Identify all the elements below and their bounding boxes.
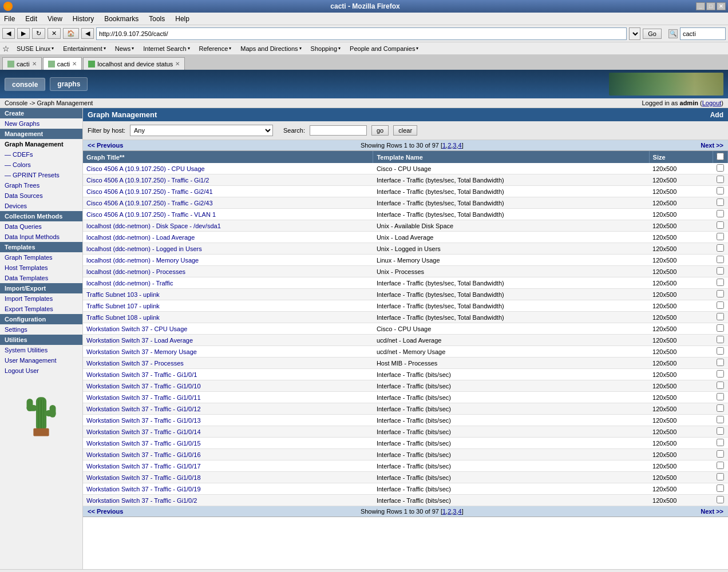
prev-button-bottom[interactable]: << Previous <box>88 508 123 515</box>
row-title-link-13[interactable]: Traffic Subnet 108 - uplink <box>86 314 160 321</box>
sidebar-item-graph-management[interactable]: Graph Management <box>0 139 82 149</box>
sidebar-item-import[interactable]: Import Templates <box>0 293 82 304</box>
row-checkbox-0[interactable] <box>717 164 724 172</box>
row-title-link-5[interactable]: localhost (ddc-netmon) - Disk Space - /d… <box>86 223 221 229</box>
sidebar-item-graph-templates[interactable]: Graph Templates <box>0 252 82 263</box>
row-checkbox-12[interactable] <box>717 301 724 309</box>
row-title-link-2[interactable]: Cisco 4506 A (10.9.107.250) - Traffic - … <box>86 188 213 195</box>
row-title-link-3[interactable]: Cisco 4506 A (10.9.107.250) - Traffic - … <box>86 200 213 206</box>
row-checkbox-9[interactable] <box>717 267 724 275</box>
row-title-link-9[interactable]: localhost (ddc-netmon) - Processes <box>86 268 185 275</box>
tab-close-1[interactable]: ✕ <box>32 61 37 67</box>
row-title-link-8[interactable]: localhost (ddc-netmon) - Memory Usage <box>86 257 199 264</box>
row-checkbox-25[interactable] <box>717 450 724 458</box>
page-3-top[interactable]: 3 <box>453 142 456 149</box>
search-field[interactable] <box>310 125 367 136</box>
bookmark-suse[interactable]: SUSE Linux ▾ <box>14 45 56 53</box>
url-input[interactable] <box>96 27 627 40</box>
row-checkbox-4[interactable] <box>717 210 724 217</box>
row-title-link-1[interactable]: Cisco 4506 A (10.9.107.250) - Traffic - … <box>86 177 209 184</box>
bookmark-reference[interactable]: Reference ▾ <box>197 45 234 53</box>
menu-history[interactable]: History <box>71 14 96 23</box>
row-title-link-18[interactable]: Workstation Switch 37 - Traffic - Gi1/0/… <box>86 371 197 378</box>
row-title-link-7[interactable]: localhost (ddc-netmon) - Logged in Users <box>86 245 202 252</box>
menu-file[interactable]: File <box>2 14 17 23</box>
row-checkbox-28[interactable] <box>717 484 724 492</box>
sidebar-item-cdefs[interactable]: — CDEFs <box>0 149 82 160</box>
row-title-link-25[interactable]: Workstation Switch 37 - Traffic - Gi1/0/… <box>86 451 201 458</box>
sidebar-item-logout[interactable]: Logout User <box>0 366 82 376</box>
stop-button[interactable]: ✕ <box>48 28 61 39</box>
row-checkbox-1[interactable] <box>717 176 724 183</box>
menu-help[interactable]: Help <box>173 14 191 23</box>
row-checkbox-5[interactable] <box>717 221 724 229</box>
sidebar-item-user-management[interactable]: User Management <box>0 355 82 366</box>
row-checkbox-16[interactable] <box>717 347 724 355</box>
menu-tools[interactable]: Tools <box>147 14 167 23</box>
search-input[interactable] <box>680 27 726 40</box>
row-checkbox-8[interactable] <box>717 256 724 263</box>
row-title-link-21[interactable]: Workstation Switch 37 - Traffic - Gi1/0/… <box>86 406 201 412</box>
maximize-button[interactable]: □ <box>706 2 715 10</box>
clear-filter-button[interactable]: clear <box>393 125 417 136</box>
sidebar-item-devices[interactable]: Devices <box>0 201 82 211</box>
row-title-link-12[interactable]: Traffic Subnet 107 - uplink <box>86 303 160 309</box>
row-title-link-24[interactable]: Workstation Switch 37 - Traffic - Gi1/0/… <box>86 440 201 447</box>
sidebar-item-system-utilities[interactable]: System Utilities <box>0 345 82 355</box>
row-checkbox-10[interactable] <box>717 279 724 286</box>
bookmark-shopping[interactable]: Shopping ▾ <box>308 45 343 53</box>
sidebar-item-new-graphs[interactable]: New Graphs <box>0 118 82 129</box>
sidebar-item-host-templates[interactable]: Host Templates <box>0 263 82 273</box>
prev-button-top[interactable]: << Previous <box>88 142 123 149</box>
tab-localhost[interactable]: localhost and device status ✕ <box>83 57 185 70</box>
tab-close-3[interactable]: ✕ <box>175 61 180 67</box>
sidebar-item-data-input[interactable]: Data Input Methods <box>0 232 82 242</box>
sidebar-item-data-queries[interactable]: Data Queries <box>0 221 82 232</box>
sidebar-item-data-sources[interactable]: Data Sources <box>0 190 82 201</box>
row-title-link-23[interactable]: Workstation Switch 37 - Traffic - Gi1/0/… <box>86 428 201 435</box>
bookmark-internet-search[interactable]: Internet Search ▾ <box>141 45 192 53</box>
row-title-link-15[interactable]: Workstation Switch 37 - Load Average <box>86 337 193 344</box>
page-2-bottom[interactable]: 2 <box>448 508 451 515</box>
row-title-link-29[interactable]: Workstation Switch 37 - Traffic - Gi1/0/… <box>86 497 197 504</box>
tab-cacti-2[interactable]: cacti ✕ <box>43 57 82 70</box>
row-title-link-16[interactable]: Workstation Switch 37 - Memory Usage <box>86 348 197 355</box>
row-title-link-28[interactable]: Workstation Switch 37 - Traffic - Gi1/0/… <box>86 486 201 492</box>
row-title-link-20[interactable]: Workstation Switch 37 - Traffic - Gi1/0/… <box>86 394 201 401</box>
bookmark-people[interactable]: People and Companies ▾ <box>347 45 421 53</box>
page-3-bottom[interactable]: 3 <box>453 508 456 515</box>
sidebar-item-settings[interactable]: Settings <box>0 324 82 335</box>
row-title-link-6[interactable]: localhost (ddc-netmon) - Load Average <box>86 234 195 241</box>
menu-view[interactable]: View <box>46 14 64 23</box>
sidebar-item-export[interactable]: Export Templates <box>0 304 82 314</box>
page-2-top[interactable]: 2 <box>448 142 451 149</box>
host-filter-select[interactable]: Any <box>130 125 273 136</box>
row-checkbox-20[interactable] <box>717 393 724 400</box>
row-checkbox-3[interactable] <box>717 198 724 206</box>
row-title-link-0[interactable]: Cisco 4506 A (10.9.107.250) - CPU Usage <box>86 165 205 172</box>
row-checkbox-29[interactable] <box>717 496 724 503</box>
row-checkbox-14[interactable] <box>717 324 724 332</box>
select-all-checkbox[interactable] <box>717 153 724 160</box>
row-title-link-19[interactable]: Workstation Switch 37 - Traffic - Gi1/0/… <box>86 383 201 390</box>
tab-cacti-1[interactable]: cacti ✕ <box>2 57 42 70</box>
graphs-nav-button[interactable]: graphs <box>50 77 88 91</box>
bookmark-maps[interactable]: Maps and Directions ▾ <box>238 45 303 53</box>
sidebar-item-data-templates[interactable]: Data Templates <box>0 273 82 283</box>
row-checkbox-22[interactable] <box>717 416 724 423</box>
row-title-link-27[interactable]: Workstation Switch 37 - Traffic - Gi1/0/… <box>86 474 201 481</box>
add-button[interactable]: Add <box>710 111 723 119</box>
url-dropdown[interactable] <box>629 27 640 40</box>
bookmark-entertainment[interactable]: Entertainment ▾ <box>61 45 108 53</box>
row-checkbox-18[interactable] <box>717 370 724 378</box>
row-title-link-10[interactable]: localhost (ddc-netmon) - Traffic <box>86 280 173 287</box>
logout-link[interactable]: Logout <box>702 100 722 106</box>
row-checkbox-11[interactable] <box>717 290 724 297</box>
go-button[interactable]: Go <box>643 29 662 39</box>
row-title-link-17[interactable]: Workstation Switch 37 - Processes <box>86 360 184 367</box>
row-checkbox-7[interactable] <box>717 244 724 252</box>
home-button[interactable]: 🏠 <box>63 28 79 39</box>
minimize-button[interactable]: _ <box>696 2 705 10</box>
row-checkbox-13[interactable] <box>717 313 724 320</box>
row-title-link-22[interactable]: Workstation Switch 37 - Traffic - Gi1/0/… <box>86 417 201 424</box>
